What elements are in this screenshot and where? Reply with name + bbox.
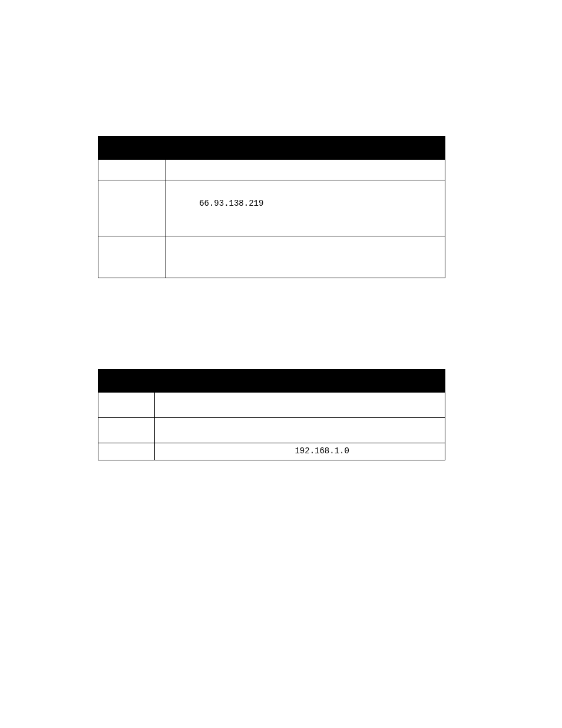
table-cell [98, 393, 155, 418]
table-row [98, 393, 445, 418]
page: 66.93.138.219 192.168.1.0 [0, 0, 562, 728]
table-cell [98, 443, 155, 460]
table-cell [98, 160, 166, 180]
table-cell [155, 418, 445, 443]
table-row [98, 418, 445, 443]
table-cell [166, 236, 445, 278]
table-cell [98, 418, 155, 443]
table-cell: 192.168.1.0 [155, 443, 445, 460]
table-1-header-cell [98, 137, 445, 160]
table-2-header [98, 370, 445, 393]
table-1: 66.93.138.219 [98, 136, 445, 278]
table-row [98, 160, 445, 180]
table-row [98, 236, 445, 278]
table-1-header [98, 137, 445, 160]
table-cell: 66.93.138.219 [166, 180, 445, 236]
table-row: 66.93.138.219 [98, 180, 445, 236]
table-cell [166, 160, 445, 180]
table-2-header-cell [98, 370, 445, 393]
table-row: 192.168.1.0 [98, 443, 445, 460]
ip-address: 192.168.1.0 [156, 444, 349, 456]
table-cell [155, 393, 445, 418]
table-cell [98, 236, 166, 278]
table-2: 192.168.1.0 [98, 369, 445, 460]
table-cell [98, 180, 166, 236]
ip-address: 66.93.138.219 [167, 181, 263, 208]
